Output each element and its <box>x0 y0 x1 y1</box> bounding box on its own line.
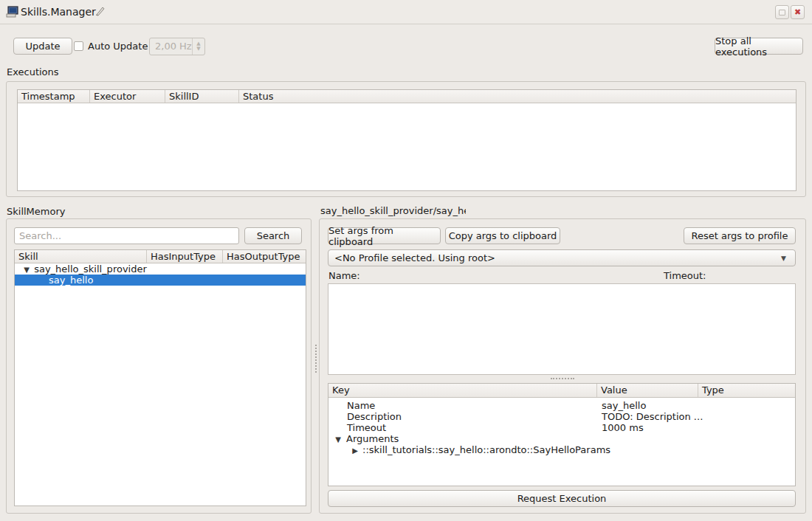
args-row-timeout[interactable]: Timeout 1000 ms <box>328 422 795 433</box>
reset-args-to-profile-button[interactable]: Reset args to profile <box>684 227 796 244</box>
auto-update-checkbox[interactable] <box>74 41 83 51</box>
detail-panel-title: say_hello_skill_provider/say_hello <box>320 205 466 216</box>
args-row-arguments[interactable]: ▼Arguments <box>328 433 795 444</box>
titlebar: Skills.Manager ✖ <box>0 0 812 24</box>
expand-arrow-icon[interactable]: ▼ <box>334 434 343 445</box>
col-key[interactable]: Key <box>328 384 597 397</box>
close-icon: ✖ <box>794 8 801 16</box>
search-button[interactable]: Search <box>244 227 302 244</box>
col-hasinputtype[interactable]: HasInputType <box>147 250 223 263</box>
profile-select-value: <No Profile selected. Using root> <box>334 252 781 263</box>
copy-args-to-clipboard-button[interactable]: Copy args to clipboard <box>445 227 560 244</box>
skillmemory-groupbox: Search Skill HasInputType HasOutputType … <box>6 218 312 514</box>
edit-pencil-icon[interactable] <box>94 5 106 17</box>
panel-splitter-handle[interactable] <box>315 345 317 373</box>
float-window-button[interactable] <box>775 5 789 19</box>
request-execution-button[interactable]: Request Execution <box>328 490 796 507</box>
args-row-sayhelloparams[interactable]: ▶::skill_tutorials::say_hello::arondto::… <box>328 444 795 455</box>
executions-groupbox: Timestamp Executor SkillID Status <box>6 81 806 197</box>
args-editor-area[interactable] <box>328 283 796 375</box>
rate-value: 2,00 Hz <box>150 38 192 55</box>
spinner-arrows-icon[interactable]: ▲▼ <box>192 38 204 55</box>
skills-manager-window: Skills.Manager ✖ Update Auto Update 2,00… <box>0 0 812 521</box>
rate-spinbox[interactable]: 2,00 Hz ▲▼ <box>149 38 205 55</box>
skillmemory-section-label: SkillMemory <box>7 206 66 217</box>
timeout-label: Timeout: <box>664 270 706 281</box>
float-icon <box>779 10 785 15</box>
args-row-description[interactable]: Description TODO: Description ... <box>328 411 795 422</box>
col-type[interactable]: Type <box>698 384 795 397</box>
collapsed-arrow-icon[interactable]: ▶ <box>351 445 359 456</box>
update-button[interactable]: Update <box>13 38 72 55</box>
detail-splitter-handle[interactable] <box>551 378 574 379</box>
chevron-down-icon: ▼ <box>781 255 789 262</box>
col-timestamp[interactable]: Timestamp <box>18 90 90 103</box>
col-executor[interactable]: Executor <box>90 90 165 103</box>
expand-arrow-icon[interactable]: ▼ <box>22 264 31 275</box>
executions-table-header: Timestamp Executor SkillID Status <box>18 90 796 103</box>
stop-all-executions-button[interactable]: Stop all executions <box>715 38 803 55</box>
executions-table[interactable]: Timestamp Executor SkillID Status <box>17 89 796 191</box>
close-button[interactable]: ✖ <box>791 5 805 19</box>
col-value[interactable]: Value <box>597 384 698 397</box>
search-input[interactable] <box>14 227 239 244</box>
app-icon <box>6 6 18 18</box>
skill-tree-header: Skill HasInputType HasOutputType <box>15 250 306 263</box>
args-table[interactable]: Key Value Type Name say_hello Descriptio… <box>328 383 796 486</box>
tree-item-provider[interactable]: ▼ say_hello_skill_provider <box>15 263 306 275</box>
tree-item-say-hello[interactable]: say_hello <box>15 275 306 286</box>
col-skill[interactable]: Skill <box>15 250 147 263</box>
profile-select[interactable]: <No Profile selected. Using root> ▼ <box>328 249 796 266</box>
detail-groupbox: Set args from clipboard Copy args to cli… <box>319 218 806 514</box>
col-skillid[interactable]: SkillID <box>165 90 239 103</box>
skill-tree-table[interactable]: Skill HasInputType HasOutputType ▼ say_h… <box>14 249 306 506</box>
set-args-from-clipboard-button[interactable]: Set args from clipboard <box>328 227 441 244</box>
window-title: Skills.Manager <box>21 6 96 18</box>
col-status[interactable]: Status <box>239 90 796 103</box>
name-label: Name: <box>328 270 360 281</box>
args-table-header: Key Value Type <box>328 384 795 398</box>
args-row-name[interactable]: Name say_hello <box>328 400 795 411</box>
executions-section-label: Executions <box>7 66 59 77</box>
auto-update-label: Auto Update <box>88 41 148 52</box>
col-hasoutputtype[interactable]: HasOutputType <box>223 250 306 263</box>
